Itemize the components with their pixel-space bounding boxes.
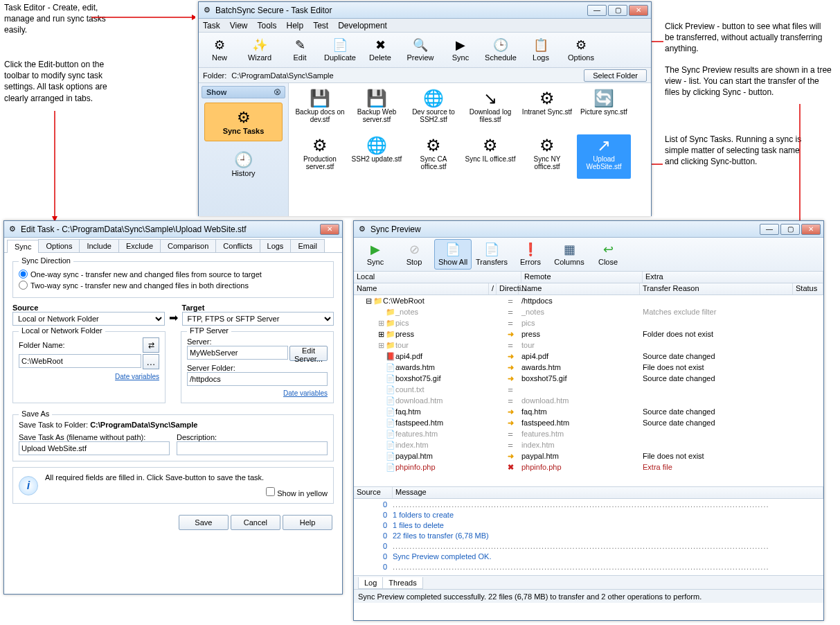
tree-row[interactable]: 📄index.htm=index.htm: [354, 439, 823, 450]
close-button[interactable]: ✕: [320, 224, 339, 235]
source-type-select[interactable]: Local or Network Folder: [12, 312, 165, 326]
menu-development[interactable]: Development: [338, 21, 387, 30]
duplicate-button[interactable]: 📄Duplicate: [322, 34, 358, 66]
two-way-radio[interactable]: [19, 281, 28, 290]
task-item[interactable]: ↗Upload WebSite.stf: [577, 134, 631, 179]
pv-errors-button[interactable]: ❗Errors: [512, 239, 549, 270]
log-tab-threads[interactable]: Threads: [382, 577, 422, 589]
expand-icon[interactable]: ⊞: [376, 330, 386, 339]
tab-comparison[interactable]: Comparison: [160, 239, 216, 252]
cancel-button[interactable]: Cancel: [231, 515, 280, 530]
task-item[interactable]: ⚙Sync IL office.stf: [463, 134, 517, 179]
date-variables-link[interactable]: Date variables: [115, 373, 159, 380]
task-item[interactable]: ⚙Intranet Sync.stf: [520, 87, 574, 132]
task-item[interactable]: ⚙Sync NY office.stf: [520, 134, 574, 179]
tree-row[interactable]: 📄features.htm=features.htm: [354, 428, 823, 439]
menu-test[interactable]: Test: [313, 21, 328, 30]
menu-view[interactable]: View: [230, 21, 248, 30]
tab-sync[interactable]: Sync: [7, 240, 39, 253]
tree-row[interactable]: 📕api4.pdf➜api4.pdfSource date changed: [354, 351, 823, 362]
titlebar[interactable]: ⚙ Edit Task - C:\ProgramData\Sync\Sample…: [4, 221, 342, 238]
tab-include[interactable]: Include: [79, 239, 118, 252]
tree-row[interactable]: ⊟📁C:\WebRoot=/httpdocs: [354, 295, 823, 306]
tree-row[interactable]: 📄faq.htm➜faq.htmSource date changed: [354, 406, 823, 417]
log-col-source[interactable]: Source: [354, 487, 393, 498]
pv-close-button[interactable]: ↩Close: [589, 239, 627, 270]
menu-tools[interactable]: Tools: [257, 21, 276, 30]
wizard-button[interactable]: ✨Wizard: [242, 34, 278, 66]
tree-row[interactable]: 📄awards.htm➜awards.htmFile does not exis…: [354, 362, 823, 373]
help-button[interactable]: Help: [283, 515, 332, 530]
delete-button[interactable]: ✖Delete: [362, 34, 398, 66]
options-button[interactable]: ⚙Options: [563, 34, 599, 66]
task-item[interactable]: 💾Backup docs on dev.stf: [293, 87, 347, 132]
task-list-pane[interactable]: 💾Backup docs on dev.stf💾Backup Web serve…: [289, 83, 651, 216]
tree-row[interactable]: ⊞📁tour=tour: [354, 340, 823, 351]
pv-showall-button[interactable]: 📄Show All: [434, 239, 472, 270]
preview-button[interactable]: 🔍Preview: [402, 34, 438, 66]
maximize-button[interactable]: ▢: [608, 5, 627, 16]
minimize-button[interactable]: —: [760, 224, 779, 235]
logs-button[interactable]: 📋Logs: [523, 34, 559, 66]
target-type-select[interactable]: FTP, FTPS or SFTP Server: [182, 312, 334, 326]
maximize-button[interactable]: ▢: [780, 224, 800, 235]
tab-logs[interactable]: Logs: [260, 239, 292, 252]
menu-task[interactable]: Task: [203, 21, 220, 30]
tab-options[interactable]: Options: [38, 239, 80, 252]
tree-row[interactable]: 📄paypal.htm➜paypal.htmFile does not exis…: [354, 450, 823, 461]
close-button[interactable]: ✕: [629, 5, 648, 16]
edit-server-button[interactable]: Edit Server...: [289, 346, 328, 361]
schedule-button[interactable]: 🕒Schedule: [483, 34, 519, 66]
collapse-icon[interactable]: ⓧ: [274, 88, 280, 97]
folder-name-input[interactable]: [19, 354, 141, 368]
side-panel-header[interactable]: Show ⓧ: [202, 86, 285, 98]
titlebar[interactable]: ⚙ Sync Preview — ▢ ✕: [354, 221, 823, 238]
save-button[interactable]: Save: [179, 515, 229, 530]
tab-conflicts[interactable]: Conflicts: [215, 239, 260, 252]
close-button[interactable]: ✕: [801, 224, 821, 235]
col-direction[interactable]: Directi...: [497, 283, 519, 294]
filename-input[interactable]: [19, 441, 170, 455]
expand-icon[interactable]: ⊞: [376, 319, 386, 328]
task-item[interactable]: 💾Backup Web server.stf: [350, 87, 404, 132]
task-item[interactable]: ⚙Sync CA office.stf: [406, 134, 461, 179]
tree-row[interactable]: 📁_notes=_notesMatches exclude filter: [354, 306, 823, 317]
minimize-button[interactable]: —: [587, 5, 607, 16]
titlebar[interactable]: ⚙ BatchSync Secure - Task Editor — ▢ ✕: [199, 2, 651, 19]
task-item[interactable]: 🌐Dev source to SSH2.stf: [406, 87, 461, 132]
tree-row[interactable]: ⊞📁pics=pics: [354, 317, 823, 328]
col-extra[interactable]: Extra: [643, 272, 823, 283]
expand-icon[interactable]: ⊞: [376, 341, 386, 350]
col-local[interactable]: Local: [354, 272, 521, 283]
browse-folder-button[interactable]: …: [143, 354, 159, 369]
swap-button[interactable]: ⇄: [143, 337, 159, 353]
expand-icon[interactable]: ⊟: [364, 297, 373, 306]
pv-sync-button[interactable]: ▶Sync: [357, 239, 394, 270]
edit-button[interactable]: ✎Edit: [282, 34, 318, 66]
tree-row[interactable]: 📄count.txt=: [354, 384, 823, 395]
new-button[interactable]: ⚙New: [202, 34, 238, 66]
tree-row[interactable]: 📄boxshot75.gif➜boxshot75.gifSource date …: [354, 373, 823, 384]
show-yellow-checkbox[interactable]: [266, 487, 275, 496]
menu-help[interactable]: Help: [287, 21, 304, 30]
description-input[interactable]: [177, 441, 328, 455]
server-input[interactable]: [187, 346, 288, 360]
one-way-radio[interactable]: [19, 270, 28, 279]
pv-transfers-button[interactable]: 📄Transfers: [473, 239, 510, 270]
col-status[interactable]: Status: [793, 283, 823, 294]
log-col-message[interactable]: Message: [393, 487, 823, 498]
server-folder-input[interactable]: [187, 372, 328, 386]
date-variables-link[interactable]: Date variables: [283, 389, 328, 397]
tree-row[interactable]: 📄download.htm=download.htm: [354, 395, 823, 406]
pv-stop-button[interactable]: ⊘Stop: [395, 239, 433, 270]
side-item-sync-tasks[interactable]: ⚙Sync Tasks: [204, 103, 283, 141]
tree-row[interactable]: 📄fastspeed.htm➜fastspeed.htmSource date …: [354, 417, 823, 428]
tree-row[interactable]: ⊞📁press➜pressFolder does not exist: [354, 328, 823, 340]
file-tree[interactable]: ⊟📁C:\WebRoot=/httpdocs📁_notes=_notesMatc…: [354, 295, 823, 486]
task-item[interactable]: ⚙Production server.stf: [293, 134, 347, 179]
pv-columns-button[interactable]: ▦Columns: [551, 239, 588, 270]
col-remote-name[interactable]: Name: [519, 283, 640, 294]
col-reason[interactable]: Transfer Reason: [640, 283, 793, 294]
col-name[interactable]: Name: [354, 283, 489, 294]
tree-row[interactable]: 📄phpinfo.php✖phpinfo.phpExtra file: [354, 461, 823, 473]
